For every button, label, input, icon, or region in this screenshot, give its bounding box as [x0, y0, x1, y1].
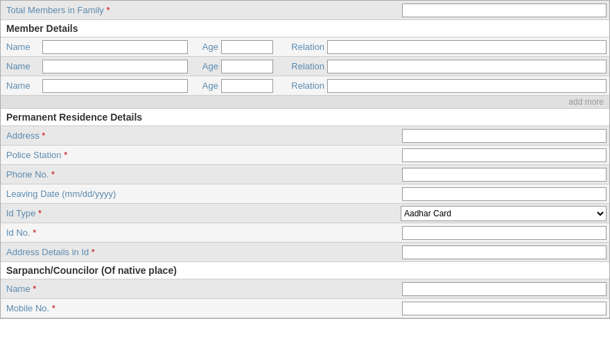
member-1-relation-input[interactable]	[327, 40, 607, 54]
add-more-row: add more	[1, 96, 609, 109]
mobile-no-label: Mobile No. *	[1, 300, 402, 316]
address-label: Address *	[1, 128, 402, 144]
member-details-header: Member Details	[1, 20, 609, 37]
sarpanch-name-input[interactable]	[402, 282, 607, 296]
mobile-no-required: *	[52, 303, 55, 313]
police-station-required: *	[64, 150, 67, 160]
sarpanch-name-label: Name *	[1, 281, 402, 297]
member-3-relation-input[interactable]	[327, 79, 607, 93]
member-2-age-input[interactable]	[221, 60, 273, 73]
id-type-required: *	[38, 208, 42, 218]
total-members-row: Total Members in Family *	[1, 1, 609, 20]
sarpanch-name-required: *	[33, 284, 36, 294]
total-members-input[interactable]	[402, 3, 607, 17]
member-2-relation-input[interactable]	[327, 60, 607, 73]
address-details-label: Address Details in Id *	[1, 244, 402, 260]
leaving-date-input[interactable]	[402, 187, 607, 201]
id-no-required: *	[33, 227, 36, 238]
leaving-date-label: Leaving Date (mm/dd/yyyy)	[1, 186, 402, 202]
total-members-label: Total Members in Family *	[1, 2, 402, 18]
phone-row: Phone No. *	[1, 165, 609, 184]
id-type-row: Id Type * Aadhar Card Passport Voter ID …	[1, 204, 609, 223]
member-3-name-label: Name	[1, 78, 42, 94]
member-2-name-input[interactable]	[42, 60, 188, 73]
member-3-relation-label: Relation	[279, 80, 327, 91]
id-no-row: Id No. *	[1, 223, 609, 243]
member-row-1: Name Age Relation	[1, 37, 609, 57]
form-container: Total Members in Family * Member Details…	[0, 0, 610, 319]
member-1-relation-label: Relation	[279, 42, 327, 52]
permanent-residence-header: Permanent Residence Details	[1, 109, 609, 126]
total-members-required: *	[107, 5, 110, 15]
add-more-link[interactable]: add more	[568, 97, 604, 107]
member-1-age-label: Age	[193, 42, 221, 52]
police-station-row: Police Station *	[1, 146, 609, 165]
member-2-relation-label: Relation	[279, 61, 327, 71]
address-details-input[interactable]	[402, 245, 607, 259]
member-2-age-label: Age	[193, 61, 221, 71]
police-station-input[interactable]	[402, 148, 607, 162]
id-no-label: Id No. *	[1, 225, 402, 241]
member-row-2: Name Age Relation	[1, 57, 609, 76]
phone-label: Phone No. *	[1, 166, 402, 182]
phone-required: *	[51, 169, 55, 180]
id-no-input[interactable]	[402, 226, 607, 240]
member-3-age-label: Age	[193, 80, 221, 91]
member-3-name-input[interactable]	[42, 79, 188, 93]
address-required: *	[42, 130, 45, 141]
address-input[interactable]	[402, 129, 607, 143]
member-1-name-input[interactable]	[42, 40, 188, 54]
address-details-required: *	[92, 247, 95, 257]
member-row-3: Name Age Relation	[1, 76, 609, 96]
total-members-text: Total Members in Family	[6, 5, 104, 15]
sarpanch-name-row: Name *	[1, 279, 609, 299]
leaving-date-row: Leaving Date (mm/dd/yyyy)	[1, 184, 609, 204]
member-1-name-label: Name	[1, 39, 42, 55]
phone-input[interactable]	[402, 168, 607, 182]
mobile-no-input[interactable]	[402, 302, 607, 315]
address-row: Address *	[1, 126, 609, 146]
address-details-row: Address Details in Id *	[1, 243, 609, 262]
member-3-age-input[interactable]	[221, 79, 273, 93]
member-2-name-label: Name	[1, 58, 42, 74]
sarpanch-header: Sarpanch/Councilor (Of native place)	[1, 262, 609, 279]
mobile-no-row: Mobile No. *	[1, 299, 609, 318]
police-station-label: Police Station *	[1, 147, 402, 163]
member-1-age-input[interactable]	[221, 40, 273, 54]
id-type-select[interactable]: Aadhar Card Passport Voter ID Driving Li…	[401, 206, 607, 221]
id-type-label: Id Type *	[1, 205, 401, 221]
